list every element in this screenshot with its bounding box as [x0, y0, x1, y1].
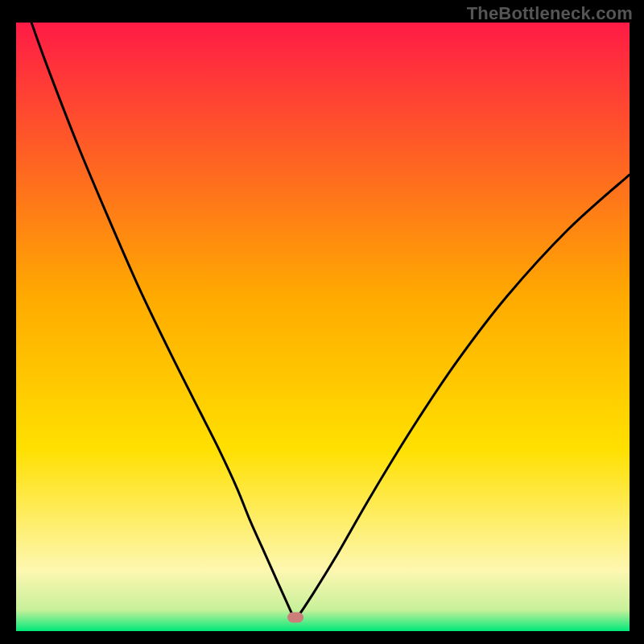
plot-area	[16, 23, 630, 631]
optimum-marker	[287, 613, 303, 623]
chart-root: TheBottleneck.com	[0, 0, 644, 644]
bottleneck-curve	[16, 23, 630, 631]
watermark-text: TheBottleneck.com	[467, 3, 633, 24]
